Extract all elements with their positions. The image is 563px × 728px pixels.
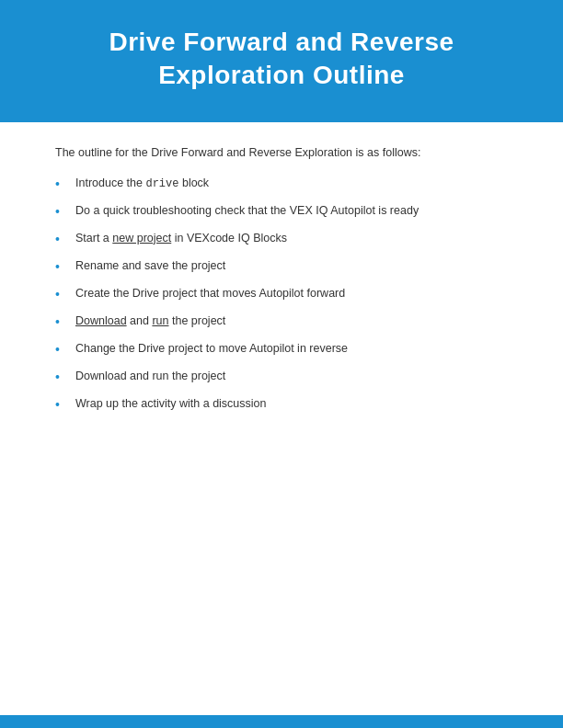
- bullet-icon: •: [55, 395, 70, 415]
- list-item: • Wrap up the activity with a discussion: [55, 395, 508, 415]
- list-item-text: Start a new project in VEXcode IQ Blocks: [75, 230, 508, 247]
- run-link[interactable]: run: [152, 314, 168, 327]
- list-item: • Start a new project in VEXcode IQ Bloc…: [55, 230, 508, 249]
- list-item: • Introduce the drive block: [55, 175, 508, 194]
- list-item: • Create the Drive project that moves Au…: [55, 285, 508, 304]
- bottom-bar: [0, 715, 563, 728]
- bullet-icon: •: [55, 175, 70, 194]
- list-item: • Download and run the project: [55, 313, 508, 332]
- list-item: • Do a quick troubleshooting check that …: [55, 202, 508, 222]
- list-item: • Download and run the project: [55, 368, 508, 387]
- list-item-text: Download and run the project: [75, 368, 508, 385]
- outline-list: • Introduce the drive block • Do a quick…: [55, 175, 508, 415]
- list-item-text: Wrap up the activity with a discussion: [75, 395, 508, 413]
- header-title-line2: Exploration Outline: [37, 59, 526, 92]
- download-link[interactable]: Download: [75, 314, 127, 327]
- new-project-link[interactable]: new project: [112, 232, 171, 245]
- bullet-icon: •: [55, 368, 70, 387]
- list-item-text: Change the Drive project to move Autopil…: [75, 340, 508, 358]
- list-item-text: Introduce the drive block: [75, 175, 508, 192]
- bullet-icon: •: [55, 340, 70, 359]
- code-drive: drive: [145, 177, 178, 190]
- list-item: • Rename and save the project: [55, 257, 508, 277]
- list-item-text: Download and run the project: [75, 313, 508, 330]
- page: Drive Forward and Reverse Exploration Ou…: [0, 0, 563, 728]
- list-item-text: Do a quick troubleshooting check that th…: [75, 202, 508, 220]
- list-item-text: Rename and save the project: [75, 257, 508, 275]
- bullet-icon: •: [55, 313, 70, 332]
- bullet-icon: •: [55, 257, 70, 277]
- header-title-line1: Drive Forward and Reverse: [37, 26, 526, 59]
- content-area: The outline for the Drive Forward and Re…: [0, 122, 563, 460]
- bullet-icon: •: [55, 285, 70, 304]
- bullet-icon: •: [55, 230, 70, 249]
- bullet-icon: •: [55, 202, 70, 222]
- intro-text: The outline for the Drive Forward and Re…: [55, 144, 508, 162]
- list-item-text: Create the Drive project that moves Auto…: [75, 285, 508, 302]
- header-banner: Drive Forward and Reverse Exploration Ou…: [0, 0, 563, 122]
- list-item: • Change the Drive project to move Autop…: [55, 340, 508, 359]
